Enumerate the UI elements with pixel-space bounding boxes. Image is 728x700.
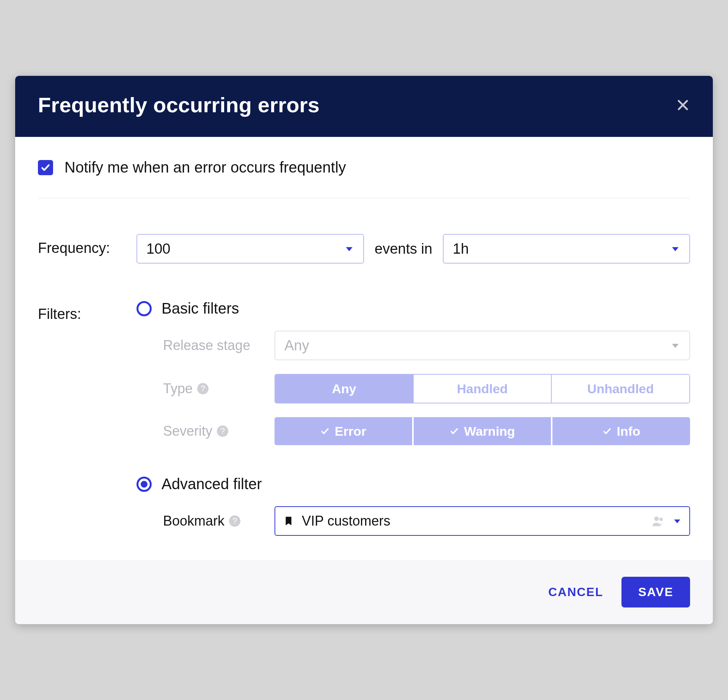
svg-marker-2 bbox=[346, 247, 352, 251]
type-label-text: Type bbox=[163, 381, 193, 397]
bookmark-label: Bookmark ? bbox=[163, 513, 275, 529]
check-icon bbox=[41, 163, 50, 173]
severity-option-error-text: Error bbox=[335, 424, 366, 439]
severity-option-warning[interactable]: Warning bbox=[414, 417, 553, 445]
dialog-body: Notify me when an error occurs frequentl… bbox=[15, 137, 713, 560]
frequency-count-select[interactable]: 100 bbox=[136, 234, 364, 264]
svg-point-5 bbox=[654, 516, 659, 521]
dialog-footer: CANCEL SAVE bbox=[15, 560, 713, 624]
bookmark-icon bbox=[283, 515, 294, 527]
severity-option-info[interactable]: Info bbox=[552, 417, 690, 445]
type-option-unhandled-text: Unhandled bbox=[587, 381, 654, 396]
bookmark-label-text: Bookmark bbox=[163, 513, 224, 529]
severity-option-error[interactable]: Error bbox=[275, 417, 414, 445]
chevron-down-icon bbox=[344, 244, 354, 254]
cancel-button[interactable]: CANCEL bbox=[548, 585, 603, 599]
type-option-handled-text: Handled bbox=[457, 381, 508, 396]
filters-row: Filters: Basic filters Release stage Any bbox=[38, 300, 690, 536]
save-button[interactable]: SAVE bbox=[621, 577, 690, 607]
dialog-frequently-occurring-errors: Frequently occurring errors Notify me wh… bbox=[15, 76, 713, 624]
severity-segmented: Error Warning bbox=[275, 417, 690, 445]
type-segmented: Any Handled Unhandled bbox=[275, 374, 690, 403]
svg-marker-3 bbox=[672, 247, 678, 251]
help-icon[interactable]: ? bbox=[197, 383, 209, 394]
svg-point-6 bbox=[659, 518, 663, 521]
check-icon bbox=[450, 427, 459, 436]
notify-row: Notify me when an error occurs frequentl… bbox=[38, 159, 690, 176]
severity-option-warning-text: Warning bbox=[464, 424, 515, 439]
chevron-down-icon bbox=[670, 244, 680, 254]
bookmark-row: Bookmark ? VIP customers bbox=[163, 506, 690, 536]
help-icon[interactable]: ? bbox=[217, 425, 228, 437]
basic-filters-radio-row: Basic filters bbox=[136, 300, 690, 317]
chevron-down-icon bbox=[670, 341, 680, 350]
notify-label: Notify me when an error occurs frequentl… bbox=[64, 159, 346, 176]
advanced-filter-label: Advanced filter bbox=[162, 476, 262, 493]
svg-marker-7 bbox=[674, 520, 680, 523]
severity-label: Severity ? bbox=[163, 423, 275, 439]
type-option-any[interactable]: Any bbox=[275, 375, 414, 403]
type-option-any-text: Any bbox=[332, 381, 356, 396]
frequency-controls: 100 events in 1h bbox=[136, 234, 690, 264]
release-stage-row: Release stage Any bbox=[163, 331, 690, 360]
frequency-window-value: 1h bbox=[453, 241, 469, 257]
close-button[interactable] bbox=[676, 98, 690, 112]
bookmark-value: VIP customers bbox=[302, 513, 644, 529]
type-option-unhandled[interactable]: Unhandled bbox=[552, 375, 689, 403]
frequency-window-select[interactable]: 1h bbox=[443, 234, 690, 264]
frequency-label: Frequency: bbox=[38, 234, 124, 256]
basic-filters-label: Basic filters bbox=[162, 300, 239, 317]
frequency-row: Frequency: 100 events in 1h bbox=[38, 234, 690, 264]
type-label: Type ? bbox=[163, 381, 275, 397]
check-icon bbox=[602, 427, 612, 436]
basic-filters-radio[interactable] bbox=[136, 301, 152, 316]
help-icon[interactable]: ? bbox=[229, 515, 240, 527]
divider bbox=[38, 198, 690, 198]
chevron-down-icon bbox=[673, 516, 682, 526]
advanced-filter-radio-row: Advanced filter bbox=[136, 476, 690, 493]
bookmark-select[interactable]: VIP customers bbox=[275, 506, 690, 536]
frequency-count-value: 100 bbox=[146, 241, 170, 257]
events-in-text: events in bbox=[375, 241, 432, 257]
release-stage-value: Any bbox=[284, 337, 309, 354]
advanced-filter-block: Bookmark ? VIP customers bbox=[136, 506, 690, 536]
release-stage-label-text: Release stage bbox=[163, 337, 250, 353]
type-option-handled[interactable]: Handled bbox=[414, 375, 552, 403]
filters-column: Basic filters Release stage Any bbox=[136, 300, 690, 536]
severity-option-info-text: Info bbox=[617, 424, 640, 439]
advanced-filter-radio[interactable] bbox=[136, 477, 152, 492]
dialog-title: Frequently occurring errors bbox=[38, 93, 320, 117]
type-row: Type ? Any Handled Unhandled bbox=[163, 374, 690, 403]
severity-label-text: Severity bbox=[163, 423, 212, 439]
release-stage-label: Release stage bbox=[163, 337, 275, 353]
check-icon bbox=[320, 427, 329, 436]
filters-label: Filters: bbox=[38, 300, 124, 322]
close-icon bbox=[676, 98, 690, 112]
basic-filters-block: Release stage Any Type ? bbox=[136, 331, 690, 445]
release-stage-select: Any bbox=[275, 331, 690, 360]
dialog-header: Frequently occurring errors bbox=[15, 76, 713, 137]
severity-row: Severity ? Error bbox=[163, 417, 690, 445]
people-icon bbox=[651, 514, 665, 528]
notify-checkbox[interactable] bbox=[38, 160, 53, 175]
svg-marker-4 bbox=[672, 344, 678, 348]
